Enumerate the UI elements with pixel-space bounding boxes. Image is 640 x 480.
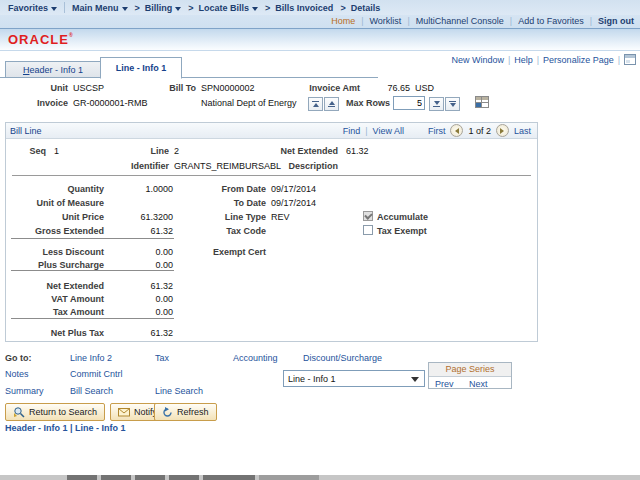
main-menu-label: Main Menu xyxy=(72,3,119,13)
footer-header-info-link[interactable]: Header - Info 1 xyxy=(5,423,68,433)
search-icon xyxy=(13,406,25,418)
divider: | xyxy=(537,55,539,65)
net-extended-total-value: 61.32 xyxy=(113,281,173,291)
oracle-logo: ORACLE xyxy=(8,32,74,47)
net-extended-label: Net Extended xyxy=(246,146,338,156)
divider: | xyxy=(508,55,510,65)
return-to-search-button[interactable]: Return to Search xyxy=(5,403,105,421)
tab-line-info-1[interactable]: Line - Info 1 xyxy=(100,57,182,79)
footer-line-info-link[interactable]: Line - Info 1 xyxy=(75,423,126,433)
personalize-page-link[interactable]: Personalize Page xyxy=(543,55,614,65)
tab-label: Header - Info 1 xyxy=(23,65,83,75)
goto-discount-surcharge-link[interactable]: Discount/Surcharge xyxy=(303,353,382,363)
refresh-icon xyxy=(162,407,173,418)
page-series-box: Page Series Prev Next xyxy=(428,362,512,389)
sign-out-link[interactable]: Sign out xyxy=(598,16,634,26)
quantity-value: 1.0000 xyxy=(113,184,173,194)
seq-label: Seq xyxy=(14,146,46,156)
last-link[interactable]: Last xyxy=(514,126,531,136)
bill-search-link[interactable]: Bill Search xyxy=(70,386,113,396)
taskbar-segment xyxy=(67,475,97,480)
plus-surcharge-label: Plus Surcharge xyxy=(14,260,104,270)
breadcrumb: Favorites Main Menu Billing Locate Bills… xyxy=(0,0,640,15)
seq-value: 1 xyxy=(54,146,59,156)
taskbar-sliver xyxy=(0,475,640,480)
bill-to-name: National Dept of Energy xyxy=(201,98,297,108)
main-menu[interactable]: Main Menu xyxy=(72,3,128,13)
tab-header-info-1[interactable]: Header - Info 1 xyxy=(5,61,101,78)
invoice-amt-value: 76.65 xyxy=(368,83,410,93)
tax-code-label: Tax Code xyxy=(166,226,266,236)
scroll-bottom-button[interactable] xyxy=(445,97,460,111)
net-extended-total-label: Net Extended xyxy=(14,281,104,291)
tax-amount-value: 0.00 xyxy=(113,307,173,317)
personalize-layout-icon[interactable] xyxy=(624,54,636,65)
scroll-top-button[interactable] xyxy=(308,97,323,111)
goto-accounting-link[interactable]: Accounting xyxy=(233,353,278,363)
add-to-favorites-link[interactable]: Add to Favorites xyxy=(518,16,584,26)
grid-icon[interactable] xyxy=(474,94,490,110)
commit-cntrl-link[interactable]: Commit Cntrl xyxy=(70,369,123,379)
from-date-value: 09/17/2014 xyxy=(271,184,316,194)
net-plus-tax-label: Net Plus Tax xyxy=(14,328,104,338)
quantity-label: Quantity xyxy=(14,184,104,194)
breadcrumb-divider xyxy=(64,2,65,13)
goto-tax-link[interactable]: Tax xyxy=(155,353,169,363)
find-link[interactable]: Find xyxy=(343,126,361,136)
button-label: Refresh xyxy=(177,407,209,417)
max-rows-label: Max Rows xyxy=(330,98,390,108)
goto-line-info-2-link[interactable]: Line Info 2 xyxy=(70,353,112,363)
help-link[interactable]: Help xyxy=(514,55,533,65)
breadcrumb-item-locate-bills[interactable]: Locate Bills xyxy=(188,3,258,13)
breadcrumb-item-billing[interactable]: Billing xyxy=(135,3,182,13)
footer-page-links: Header - Info 1 | Line - Info 1 xyxy=(5,423,126,433)
bill-line-title: Bill Line xyxy=(10,126,42,136)
to-date-label: To Date xyxy=(166,198,266,208)
multichannel-console-link[interactable]: MultiChannel Console xyxy=(416,16,504,26)
summary-link[interactable]: Summary xyxy=(5,386,44,396)
home-link[interactable]: Home xyxy=(331,16,355,26)
page-series-prev-link[interactable]: Prev xyxy=(435,379,454,389)
refresh-button[interactable]: Refresh xyxy=(154,403,217,421)
gross-extended-label: Gross Extended xyxy=(14,226,104,236)
line-type-label: Line Type xyxy=(166,212,266,222)
max-rows-input[interactable] xyxy=(393,96,425,110)
line-label: Line xyxy=(116,146,169,156)
currency-code: USD xyxy=(415,83,434,93)
breadcrumb-item-bills-invoiced[interactable]: Bills Invoiced xyxy=(265,3,333,13)
notes-link[interactable]: Notes xyxy=(5,369,29,379)
line-value: 2 xyxy=(174,146,179,156)
chevron-down-icon xyxy=(175,7,181,11)
next-row-icon[interactable] xyxy=(496,124,509,137)
worklist-link[interactable]: Worklist xyxy=(370,16,402,26)
page-bar: New Window | Help | Personalize Page | xyxy=(451,54,636,65)
breadcrumb-label: Bills Invoiced xyxy=(275,3,333,13)
tax-exempt-label: Tax Exempt xyxy=(377,226,427,236)
tax-amount-label: Tax Amount xyxy=(14,307,104,317)
bill-line-header: Bill Line Find | View All First 1 of 2 L… xyxy=(6,123,537,139)
page-series-next-link[interactable]: Next xyxy=(469,379,488,389)
page-selector-dropdown[interactable]: Line - Info 1 xyxy=(283,370,425,387)
line-search-link[interactable]: Line Search xyxy=(155,386,203,396)
unit-of-measure-label: Unit of Measure xyxy=(14,198,104,208)
bill-to-label: Bill To xyxy=(140,83,196,93)
page-series-title: Page Series xyxy=(429,363,511,377)
first-link[interactable]: First xyxy=(428,126,446,136)
line-type-value: REV xyxy=(271,212,290,222)
button-label: Return to Search xyxy=(29,407,97,417)
breadcrumb-item-details: Details xyxy=(340,3,380,13)
favorites-menu[interactable]: Favorites xyxy=(8,3,57,13)
less-discount-value: 0.00 xyxy=(113,247,173,257)
prev-row-icon[interactable] xyxy=(450,124,463,137)
from-date-label: From Date xyxy=(166,184,266,194)
view-all-link[interactable]: View All xyxy=(373,126,404,136)
scroll-down-button[interactable] xyxy=(429,97,444,111)
new-window-link[interactable]: New Window xyxy=(451,55,504,65)
identifier-label: Identifier xyxy=(116,161,169,171)
net-extended-value: 61.32 xyxy=(346,146,369,156)
accumulate-label: Accumulate xyxy=(377,212,428,222)
tax-exempt-checkbox[interactable] xyxy=(363,225,373,235)
goto-label: Go to: xyxy=(5,353,32,363)
accumulate-checkbox[interactable] xyxy=(363,211,373,221)
divider: | xyxy=(590,16,592,26)
